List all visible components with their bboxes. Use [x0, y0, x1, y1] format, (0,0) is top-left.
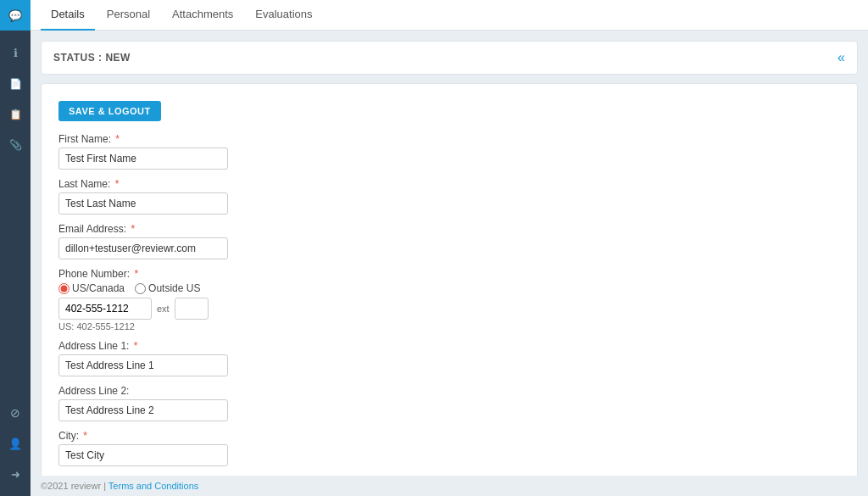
sidebar-item-arrow[interactable] [0, 460, 31, 488]
document-icon [9, 76, 22, 90]
ban-icon [10, 406, 20, 420]
address2-group: Address Line 2: [58, 385, 432, 421]
city-group: City: * [58, 430, 432, 466]
phone-radio-group: US/Canada Outside US [58, 282, 432, 294]
form-left-column: First Name: * Last Name: * [58, 133, 432, 476]
last-name-label: Last Name: * [58, 178, 432, 190]
footer: ©2021 reviewr | Terms and Conditions [31, 476, 868, 496]
sidebar-bottom [0, 398, 31, 496]
rewind-icon[interactable]: « [837, 50, 845, 65]
phone-formatted: US: 402-555-1212 [58, 321, 432, 332]
email-required: * [131, 223, 135, 235]
last-name-input[interactable] [58, 192, 228, 215]
tab-attachments[interactable]: Attachments [162, 0, 243, 31]
city-label: City: * [58, 430, 432, 442]
info-icon [14, 46, 18, 59]
status-bar: STATUS : NEW « [41, 41, 858, 75]
phone-inputs: ext [58, 298, 432, 320]
radio-us-canada[interactable] [58, 283, 70, 294]
tab-evaluations[interactable]: Evaluations [245, 0, 322, 31]
city-required: * [83, 430, 87, 442]
sidebar-item-documents[interactable] [0, 100, 31, 127]
sidebar-logo[interactable] [0, 0, 31, 31]
sidebar [0, 0, 31, 496]
phone-group: Phone Number: * US/Canada Outside US [58, 268, 432, 332]
email-label: Email Address: * [58, 223, 432, 235]
sidebar-item-document[interactable] [0, 70, 31, 97]
radio-outside-us[interactable] [135, 283, 146, 294]
radio-outside-label[interactable]: Outside US [135, 282, 200, 294]
address2-input[interactable] [58, 399, 228, 421]
city-input[interactable] [58, 444, 228, 466]
last-name-required: * [115, 178, 120, 190]
sidebar-item-ban[interactable] [0, 399, 31, 426]
phone-number-input[interactable] [58, 298, 152, 320]
arrow-icon [11, 467, 20, 481]
first-name-group: First Name: * [58, 133, 432, 170]
first-name-required: * [115, 133, 120, 145]
ext-label: ext [157, 304, 170, 314]
documents-icon [9, 107, 22, 120]
first-name-label: First Name: * [58, 133, 432, 145]
phone-required: * [134, 268, 138, 280]
form-grid: First Name: * Last Name: * [58, 133, 840, 476]
attachment-icon [9, 137, 22, 151]
terms-link[interactable]: Terms and Conditions [108, 481, 198, 491]
phone-ext-input[interactable] [175, 298, 209, 320]
form-card: SAVE & LOGOUT First Name: * [41, 83, 858, 476]
address2-label: Address Line 2: [58, 385, 432, 397]
content-area: STATUS : NEW « SAVE & LOGOUT First Name:… [31, 31, 868, 476]
first-name-input[interactable] [58, 148, 228, 170]
tab-personal[interactable]: Personal [97, 0, 160, 31]
sidebar-item-attachment[interactable] [0, 131, 31, 158]
address1-required: * [134, 340, 138, 352]
user-icon [8, 437, 22, 450]
tab-details[interactable]: Details [41, 0, 95, 31]
email-group: Email Address: * [58, 223, 432, 259]
main-area: Details Personal Attachments Evaluations… [31, 0, 868, 496]
address1-label: Address Line 1: * [58, 340, 432, 352]
sidebar-item-info[interactable] [0, 39, 31, 66]
footer-copyright: ©2021 reviewr | [41, 481, 106, 491]
top-navigation: Details Personal Attachments Evaluations [31, 0, 868, 31]
save-logout-button[interactable]: SAVE & LOGOUT [58, 101, 161, 121]
email-input[interactable] [58, 237, 228, 259]
status-text: STATUS : NEW [53, 52, 131, 64]
address1-input[interactable] [58, 354, 228, 376]
form-right-column [466, 133, 840, 476]
sidebar-item-user[interactable] [0, 430, 31, 457]
last-name-group: Last Name: * [58, 178, 432, 215]
phone-label: Phone Number: * [58, 268, 432, 280]
radio-us-label[interactable]: US/Canada [58, 282, 125, 294]
address1-group: Address Line 1: * [58, 340, 432, 376]
chat-icon [8, 8, 22, 23]
